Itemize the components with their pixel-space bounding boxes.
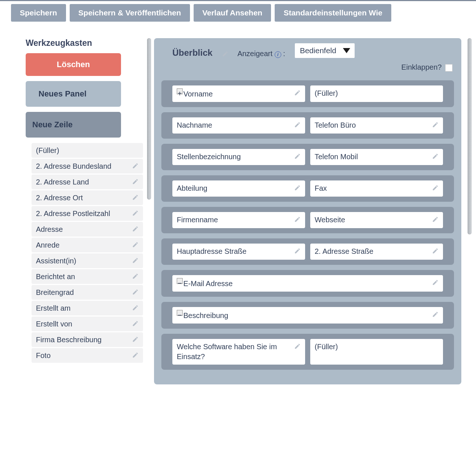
layout-cell[interactable]: −Beschreibung: [172, 307, 443, 324]
layout-row[interactable]: AbteilungFax: [161, 175, 454, 202]
layout-row[interactable]: FirmennameWebseite: [161, 207, 454, 233]
layout-cell[interactable]: Stellenbezeichnung: [172, 149, 305, 165]
edit-panel-icon[interactable]: [222, 51, 228, 57]
edit-icon[interactable]: [432, 216, 439, 223]
toolbox-field[interactable]: Anrede: [32, 238, 143, 252]
edit-icon[interactable]: [294, 248, 301, 254]
layout-cell[interactable]: Webseite: [310, 212, 443, 228]
layout-cell[interactable]: Hauptadresse Straße: [172, 244, 305, 260]
collapse-icon[interactable]: −: [177, 278, 183, 284]
toolbox-field-label: Erstellt am: [36, 303, 70, 313]
toolbox-field[interactable]: Breitengrad: [32, 285, 143, 300]
edit-icon[interactable]: [294, 153, 301, 160]
collapse-checkbox[interactable]: [445, 64, 453, 72]
edit-icon[interactable]: [132, 210, 139, 216]
edit-icon[interactable]: [294, 121, 301, 128]
toolbox-field[interactable]: Foto: [32, 348, 143, 363]
layout-cell[interactable]: (Füller): [310, 339, 443, 365]
display-type-select[interactable]: Bedienfeld: [295, 43, 355, 58]
toolbox-field[interactable]: Firma Beschreibung: [32, 332, 143, 347]
edit-icon[interactable]: [132, 320, 139, 327]
edit-icon[interactable]: [294, 185, 301, 191]
edit-icon[interactable]: [432, 279, 439, 286]
display-type-label: Anzeigeart i :: [237, 50, 285, 58]
layout-row[interactable]: StellenbezeichnungTelefon Mobil: [161, 144, 454, 170]
edit-icon[interactable]: [432, 248, 439, 254]
cell-label: +Vorname: [177, 88, 213, 99]
edit-icon[interactable]: [432, 311, 439, 318]
layout-row[interactable]: Hauptadresse Straße2. Adresse Straße: [161, 238, 454, 265]
restore-defaults-button[interactable]: Standardeinstellungen Wie: [275, 4, 391, 22]
layout-row[interactable]: +Vorname(Füller): [161, 80, 454, 107]
panel-header: Überblick Anzeigeart i : Bedienfeld: [161, 43, 454, 58]
toolbox-field[interactable]: 2. Adresse Ort: [32, 190, 143, 205]
new-panel-button[interactable]: Neues Panel: [26, 81, 121, 107]
toolbox-field-label: Erstellt von: [36, 319, 72, 329]
toolbox-field-label: 2. Adresse Ort: [36, 193, 83, 202]
toolbox-field-label: Foto: [36, 351, 51, 360]
edit-icon[interactable]: [294, 343, 301, 350]
edit-icon[interactable]: [132, 162, 139, 169]
cell-label: Telefon Mobil: [315, 152, 358, 162]
toolbox-field-label: Berichtet an: [36, 272, 75, 281]
layout-row[interactable]: Welche Software haben Sie im Einsatz?(Fü…: [161, 334, 454, 370]
new-row-button[interactable]: Neue Zeile: [26, 112, 121, 138]
layout-cell[interactable]: −E-Mail Adresse: [172, 275, 443, 292]
layout-cell[interactable]: +Vorname: [172, 85, 305, 102]
edit-icon[interactable]: [132, 241, 139, 248]
layout-cell[interactable]: Nachname: [172, 117, 305, 134]
layout-cell[interactable]: Telefon Mobil: [310, 149, 443, 165]
cell-label: 2. Adresse Straße: [315, 246, 373, 256]
toolbox-field[interactable]: 2. Adresse Land: [32, 175, 143, 189]
toolbox-field-label: (Füller): [36, 146, 59, 155]
toolbox-field[interactable]: 2. Adresse Postleitzahl: [32, 206, 143, 221]
toolbox-field-label: 2. Adresse Postleitzahl: [36, 209, 110, 218]
toolbox-field[interactable]: Erstellt von: [32, 317, 143, 331]
cell-label: (Füller): [315, 342, 338, 352]
layout-row[interactable]: −Beschreibung: [161, 302, 454, 329]
edit-icon[interactable]: [132, 304, 139, 311]
layout-cell[interactable]: Firmenname: [172, 212, 305, 228]
edit-icon[interactable]: [132, 273, 139, 280]
panel-title: Überblick: [172, 48, 212, 58]
sidebar-scrollbar[interactable]: [147, 38, 151, 200]
save-publish-button[interactable]: Speichern & Veröffentlichen: [70, 4, 190, 22]
dropdown-caret-icon: [343, 48, 350, 53]
layout-cell[interactable]: Telefon Büro: [310, 117, 443, 134]
edit-icon[interactable]: [132, 257, 139, 264]
canvas-scrollbar[interactable]: [468, 38, 472, 234]
info-icon[interactable]: i: [275, 51, 281, 58]
layout-cell[interactable]: 2. Adresse Straße: [310, 244, 443, 260]
toolbox-field[interactable]: Erstellt am: [32, 301, 143, 315]
edit-icon[interactable]: [432, 121, 439, 128]
layout-cell[interactable]: Fax: [310, 180, 443, 197]
layout-cell[interactable]: Welche Software haben Sie im Einsatz?: [172, 339, 305, 365]
layout-row[interactable]: −E-Mail Adresse: [161, 270, 454, 297]
edit-icon[interactable]: [132, 336, 139, 343]
edit-icon[interactable]: [132, 194, 139, 201]
delete-button[interactable]: Löschen: [26, 53, 121, 76]
collapse-icon[interactable]: −: [177, 310, 183, 316]
save-button[interactable]: Speichern: [11, 4, 66, 22]
toolbox-field[interactable]: Berichtet an: [32, 269, 143, 284]
cell-label: Firmenname: [177, 215, 218, 225]
edit-icon[interactable]: [132, 352, 139, 358]
layout-cell[interactable]: (Füller): [310, 85, 443, 102]
expand-icon[interactable]: +: [177, 88, 183, 94]
layout-cell[interactable]: Abteilung: [172, 180, 305, 197]
main-area: Werkzeugkasten Löschen Neues Panel Neue …: [0, 27, 476, 384]
edit-icon[interactable]: [132, 289, 139, 295]
view-history-button[interactable]: Verlauf Ansehen: [194, 4, 271, 22]
edit-icon[interactable]: [432, 185, 439, 191]
edit-icon[interactable]: [432, 153, 439, 160]
edit-icon[interactable]: [132, 178, 139, 185]
layout-row[interactable]: NachnameTelefon Büro: [161, 112, 454, 139]
toolbox-field[interactable]: 2. Adresse Bundesland: [32, 159, 143, 173]
edit-icon[interactable]: [132, 226, 139, 232]
edit-icon[interactable]: [294, 216, 301, 223]
toolbox-field-label: 2. Adresse Bundesland: [36, 161, 111, 171]
toolbox-field[interactable]: Assistent(in): [32, 253, 143, 268]
toolbox-field[interactable]: (Füller): [32, 143, 143, 158]
edit-icon[interactable]: [294, 89, 301, 96]
toolbox-field[interactable]: Adresse: [32, 222, 143, 237]
